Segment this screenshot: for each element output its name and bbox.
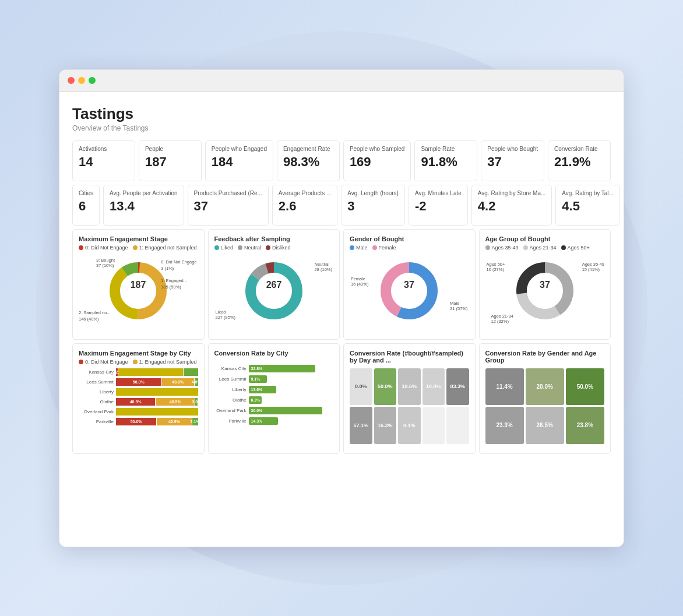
gender-chart: Gender of Bought Male Female 37 Female: [343, 229, 476, 340]
engagement-city-title: Maximum Engagement Stage by City: [79, 350, 198, 357]
metric-label: Avg. Length (hours): [347, 190, 399, 196]
engagement-stage-chart: Maximum Engagement Stage 0: Did Not Enga…: [72, 229, 205, 340]
metric-label: Avg. Rating by Tal...: [562, 190, 614, 196]
heatmap-cell: 50.0%: [374, 368, 397, 406]
metric-label: Avg. Rating by Store Ma...: [478, 190, 546, 196]
metric-card: People who Engaged 184: [205, 140, 273, 181]
conv-gender-age-title: Conversion Rate by Gender and Age Group: [485, 350, 605, 364]
gender-age-cell: 23.3%: [485, 407, 524, 444]
dashboard: Tastings Overview of the Tastings Activa…: [59, 92, 624, 547]
metric-value: 37: [194, 199, 262, 214]
metric-value: 2.6: [279, 199, 331, 214]
metric-card: Avg. People per Activation 13.4: [103, 185, 184, 226]
metric-card: Sample Rate 91.8%: [414, 140, 477, 181]
metric-value: 4.5: [562, 199, 614, 214]
browser-chrome: [59, 70, 624, 92]
bottom-charts-row: Maximum Engagement Stage by City 0: Did …: [72, 343, 611, 454]
bar-row: Overland Park: [79, 408, 198, 416]
metric-label: People: [145, 146, 195, 152]
metric-value: 184: [212, 154, 267, 170]
city-label: Kansas City: [214, 366, 247, 371]
svg-text:187: 187: [131, 280, 146, 290]
metric-label: People who Engaged: [212, 146, 267, 152]
metric-card: People 187: [139, 140, 202, 181]
conv-city-chart: Conversion Rate by City Kansas City 32.8…: [208, 343, 340, 454]
heatmap-cell: 9.1%: [398, 407, 421, 444]
conv-day-chart: Conversion Rate (#bought/#sampled) by Da…: [343, 343, 476, 454]
heatmap-cell: 10.0%: [423, 368, 445, 406]
metric-card: Avg. Rating by Tal... 4.5: [555, 185, 620, 226]
bar-row: Lees Summit 56.0%40.0%4.0%: [79, 378, 198, 386]
city-label: Lees Summit: [214, 376, 247, 382]
metric-value: 169: [350, 154, 405, 170]
engagement-city-legend: 0: Did Not Engage 1: Engaged not Sampled: [79, 359, 198, 365]
city-label: Liberty: [79, 389, 114, 395]
metric-value: 37: [487, 154, 538, 170]
age-group-title: Age Group of Bought: [485, 235, 605, 242]
gender-title: Gender of Bought: [350, 235, 469, 242]
engagement-stage-title: Maximum Engagement Stage: [79, 235, 198, 242]
charts-row: Maximum Engagement Stage 0: Did Not Enga…: [72, 229, 611, 340]
window-maximize-dot[interactable]: [89, 77, 96, 84]
metric-label: People who Sampled: [350, 146, 405, 152]
gender-age-cell: 50.0%: [566, 368, 604, 406]
conv-bar-row: Olathe 6.3%: [214, 396, 334, 404]
metric-label: Products Purchased (Re...: [194, 190, 262, 196]
metric-card: People who Sampled 169: [343, 140, 411, 181]
age-group-chart: Age Group of Bought Ages 35-49 Ages 21-3…: [479, 229, 611, 340]
city-label: Parkville: [214, 418, 247, 424]
metric-card: Cities 6: [72, 185, 100, 226]
city-label: Lees Summit: [79, 379, 114, 385]
heatmap-cell: 18.6%: [398, 368, 421, 406]
bar-row: Kansas City 2.2%: [79, 368, 198, 376]
window-minimize-dot[interactable]: [78, 77, 85, 84]
page-title: Tastings: [72, 105, 611, 123]
window-close-dot[interactable]: [68, 77, 75, 84]
gender-legend: Male Female: [350, 245, 469, 251]
metric-card: Products Purchased (Re... 37: [188, 185, 269, 226]
metric-label: Conversion Rate: [554, 146, 604, 152]
city-label: Overland Park: [214, 408, 247, 413]
browser-window: Tastings Overview of the Tastings Activa…: [59, 69, 624, 547]
heatmap-cell: 0.0%: [350, 368, 372, 406]
city-label: Kansas City: [79, 369, 114, 375]
metric-label: Sample Rate: [421, 146, 471, 152]
metric-label: People who Bought: [487, 146, 538, 152]
age-group-legend: Ages 35-49 Ages 21-34 Ages 50+: [485, 245, 605, 251]
metric-card: People who Bought 37: [481, 140, 544, 181]
metric-label: Activations: [79, 146, 129, 152]
conv-bar-row: Kansas City 32.8%: [214, 365, 334, 372]
city-label: Olathe: [214, 397, 247, 403]
engagement-legend: 0: Did Not Engage 1: Engaged not Sampled: [79, 245, 198, 251]
metric-label: Engagement Rate: [283, 146, 333, 152]
gender-age-cell: 11.4%: [485, 368, 524, 406]
metric-value: 98.3%: [283, 154, 333, 170]
engagement-city-chart: Maximum Engagement Stage by City 0: Did …: [72, 343, 205, 454]
page-subtitle: Overview of the Tastings: [72, 124, 611, 132]
metric-value: 4.2: [478, 199, 546, 214]
metric-card: Avg. Minutes Late -2: [409, 185, 468, 226]
metric-card: Engagement Rate 98.3%: [277, 140, 340, 181]
conv-day-title: Conversion Rate (#bought/#sampled) by Da…: [350, 350, 469, 364]
svg-text:37: 37: [404, 280, 414, 290]
svg-text:267: 267: [266, 280, 281, 290]
city-label: Olathe: [79, 399, 114, 404]
conv-gender-age-chart: Conversion Rate by Gender and Age Group …: [479, 343, 611, 454]
metric-card: Avg. Rating by Store Ma... 4.2: [471, 185, 552, 226]
metric-card: Average Products ... 2.6: [272, 185, 337, 226]
metric-card: Conversion Rate 21.9%: [548, 140, 611, 181]
gender-age-cell: 23.8%: [566, 407, 604, 444]
svg-text:37: 37: [540, 280, 550, 290]
feedback-chart: Feedback after Sampling Liked Neutral Di…: [208, 229, 340, 340]
heatmap-cell: 16.3%: [374, 407, 397, 444]
metric-label: Avg. Minutes Late: [415, 190, 462, 196]
conv-bar-row: Overland Park 36.0%: [214, 407, 334, 414]
metric-value: -2: [415, 199, 462, 214]
feedback-legend: Liked Neutral Disliked: [214, 245, 334, 251]
bar-row: Liberty: [79, 388, 198, 396]
feedback-title: Feedback after Sampling: [214, 235, 334, 242]
metric-label: Avg. People per Activation: [110, 190, 178, 196]
metric-value: 187: [145, 154, 195, 170]
city-label: Parkville: [79, 419, 114, 424]
metric-card: Activations 14: [72, 140, 135, 181]
